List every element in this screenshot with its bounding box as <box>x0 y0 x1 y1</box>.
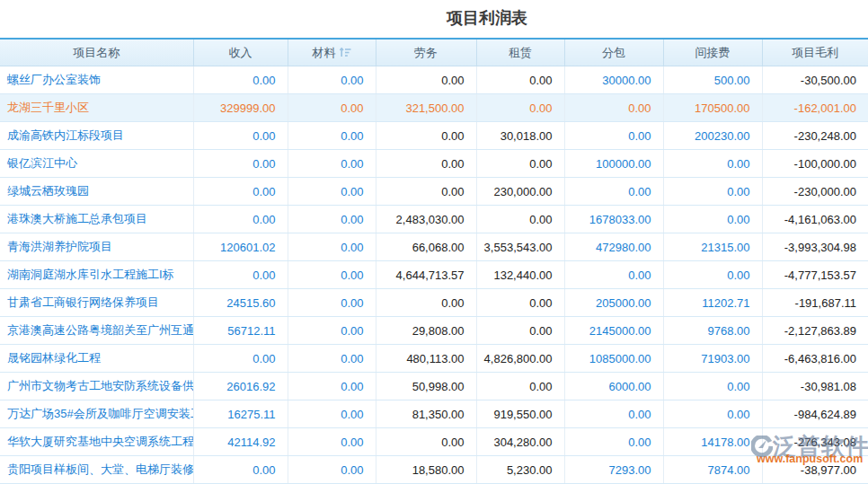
column-header-income[interactable]: 收入 <box>193 39 288 66</box>
income-value-cell: 0.00 <box>193 206 288 233</box>
indirect-value-cell: 0.00 <box>663 373 762 400</box>
material-value-cell: 0.00 <box>288 233 376 261</box>
profit-value-cell: -230,000.00 <box>762 178 868 206</box>
column-header-labor[interactable]: 劳务 <box>376 39 476 66</box>
rental-value-cell: 3,553,543.00 <box>476 233 564 261</box>
column-header-subcontract[interactable]: 分包 <box>564 39 663 66</box>
column-header-indirect[interactable]: 间接费 <box>663 39 762 66</box>
material-value-cell: 0.00 <box>288 456 376 484</box>
rental-value-cell: 0.00 <box>476 150 564 178</box>
column-header-label: 劳务 <box>414 46 438 59</box>
table-row[interactable]: 广州市文物考古工地安防系统设备供货26016.920.0050,998.000.… <box>0 373 868 400</box>
table-row[interactable]: 晟铭园林绿化工程0.000.00480,113.004,826,800.0010… <box>0 345 868 373</box>
profit-value-cell: -2,127,863.89 <box>762 317 868 345</box>
project-name-link[interactable]: 绿城云栖玫瑰园 <box>0 178 193 206</box>
subcontract-value-cell: 30000.00 <box>564 66 663 94</box>
project-name-link[interactable]: 港珠澳大桥施工总承包项目 <box>0 206 193 233</box>
project-name-link[interactable]: 万达广场35#会所及咖啡厅空调安装工程 <box>0 400 193 428</box>
material-value-cell: 0.00 <box>288 206 376 233</box>
rental-value-cell: 0.00 <box>476 66 564 94</box>
project-name-link[interactable]: 广州市文物考古工地安防系统设备供货 <box>0 373 193 400</box>
material-value-cell: 0.00 <box>288 122 376 150</box>
table-row[interactable]: 华软大厦研究基地中央空调系统工程42114.920.000.00304,280.… <box>0 428 868 456</box>
subcontract-value-cell: 2145000.00 <box>564 317 663 345</box>
labor-value-cell: 0.00 <box>376 122 476 150</box>
table-row[interactable]: 螺丝厂办公室装饰0.000.000.000.0030000.00500.00-3… <box>0 66 868 94</box>
income-value-cell: 16275.11 <box>193 400 288 428</box>
income-value-cell: 329999.00 <box>193 94 288 122</box>
project-name-link[interactable]: 晟铭园林绿化工程 <box>0 345 193 373</box>
labor-value-cell: 2,483,030.00 <box>376 206 476 233</box>
material-value-cell: 0.00 <box>288 150 376 178</box>
table-row[interactable]: 成渝高铁内江标段项目0.000.000.0030,018.000.0020023… <box>0 122 868 150</box>
profit-value-cell: -230,248.00 <box>762 122 868 150</box>
column-header-name[interactable]: 项目名称 <box>0 39 193 66</box>
table-row[interactable]: 甘肃省工商银行网络保养项目24515.600.000.000.00205000.… <box>0 289 868 317</box>
indirect-value-cell: 11202.71 <box>663 289 762 317</box>
indirect-value-cell: 0.00 <box>663 178 762 206</box>
indirect-value-cell: 21315.00 <box>663 233 762 261</box>
column-header-profit[interactable]: 项目毛利 <box>762 39 868 66</box>
labor-value-cell: 321,500.00 <box>376 94 476 122</box>
table-row[interactable]: 京港澳高速公路粤境韶关至广州互通56712.110.0029,808.000.0… <box>0 317 868 345</box>
project-name-link[interactable]: 京港澳高速公路粤境韶关至广州互通 <box>0 317 193 345</box>
project-name-link[interactable]: 湖南洞庭湖水库引水工程施工I标 <box>0 261 193 289</box>
column-header-rental[interactable]: 租赁 <box>476 39 564 66</box>
project-name-link[interactable]: 成渝高铁内江标段项目 <box>0 122 193 150</box>
labor-value-cell: 0.00 <box>376 289 476 317</box>
table-row[interactable]: 青海洪湖养护院项目120601.020.0066,068.003,553,543… <box>0 233 868 261</box>
project-name-link[interactable]: 青海洪湖养护院项目 <box>0 233 193 261</box>
labor-value-cell: 0.00 <box>376 150 476 178</box>
table-row[interactable]: 龙湖三千里小区329999.000.00321,500.000.000.0017… <box>0 94 868 122</box>
column-header-label: 材料 <box>313 46 336 59</box>
labor-value-cell: 4,644,713.57 <box>376 261 476 289</box>
income-value-cell: 0.00 <box>193 150 288 178</box>
subcontract-value-cell: 0.00 <box>564 178 663 206</box>
table-row[interactable]: 银亿滨江中心0.000.000.000.00100000.000.00-100,… <box>0 150 868 178</box>
labor-value-cell: 66,068.00 <box>376 233 476 261</box>
project-name-link[interactable]: 螺丝厂办公室装饰 <box>0 66 193 94</box>
material-value-cell: 0.00 <box>288 373 376 400</box>
table-row[interactable]: 港珠澳大桥施工总承包项目0.000.002,483,030.000.001678… <box>0 206 868 233</box>
table-header-row: 项目名称收入材料劳务租赁分包间接费项目毛利 <box>0 39 868 66</box>
table-row[interactable]: 绿城云栖玫瑰园0.000.000.00230,000.000.000.00-23… <box>0 178 868 206</box>
labor-value-cell: 0.00 <box>376 66 476 94</box>
sort-icon[interactable] <box>340 48 351 57</box>
profit-value-cell: -30,500.00 <box>762 66 868 94</box>
indirect-value-cell: 170500.00 <box>663 94 762 122</box>
table-row[interactable]: 贵阳项目样板间、大堂、电梯厅装修0.000.0018,580.005,230.0… <box>0 456 868 484</box>
project-name-link[interactable]: 华软大厦研究基地中央空调系统工程 <box>0 428 193 456</box>
subcontract-value-cell: 0.00 <box>564 428 663 456</box>
labor-value-cell: 0.00 <box>376 428 476 456</box>
column-header-label: 间接费 <box>695 46 731 59</box>
labor-value-cell: 0.00 <box>376 178 476 206</box>
labor-value-cell: 50,998.00 <box>376 373 476 400</box>
project-name-link[interactable]: 龙湖三千里小区 <box>0 94 193 122</box>
labor-value-cell: 480,113.00 <box>376 345 476 373</box>
column-header-material[interactable]: 材料 <box>288 39 376 66</box>
table-row[interactable]: 湖南洞庭湖水库引水工程施工I标0.000.004,644,713.57132,4… <box>0 261 868 289</box>
indirect-value-cell: 200230.00 <box>663 122 762 150</box>
project-profit-report-page: 项目利润表 项目名称收入材料劳务租赁分包间接费项目毛利 螺丝厂办公室装饰0.00… <box>0 0 868 484</box>
indirect-value-cell: 0.00 <box>663 261 762 289</box>
project-name-link[interactable]: 贵阳项目样板间、大堂、电梯厅装修 <box>0 456 193 484</box>
project-name-link[interactable]: 甘肃省工商银行网络保养项目 <box>0 289 193 317</box>
material-value-cell: 0.00 <box>288 261 376 289</box>
material-value-cell: 0.00 <box>288 289 376 317</box>
material-value-cell: 0.00 <box>288 66 376 94</box>
page-title: 项目利润表 <box>447 0 527 28</box>
column-header-label: 分包 <box>602 46 625 59</box>
income-value-cell: 42114.92 <box>193 428 288 456</box>
profit-value-cell: -276,343.08 <box>762 428 868 456</box>
labor-value-cell: 18,580.00 <box>376 456 476 484</box>
column-header-label: 项目毛利 <box>792 46 838 59</box>
project-name-link[interactable]: 银亿滨江中心 <box>0 150 193 178</box>
profit-value-cell: -3,993,304.98 <box>762 233 868 261</box>
subcontract-value-cell: 0.00 <box>564 261 663 289</box>
material-value-cell: 0.00 <box>288 428 376 456</box>
table-row[interactable]: 万达广场35#会所及咖啡厅空调安装工程16275.110.0081,350.00… <box>0 400 868 428</box>
title-bar: 项目利润表 <box>0 0 868 38</box>
income-value-cell: 0.00 <box>193 456 288 484</box>
column-header-label: 项目名称 <box>73 46 120 59</box>
material-value-cell: 0.00 <box>288 345 376 373</box>
